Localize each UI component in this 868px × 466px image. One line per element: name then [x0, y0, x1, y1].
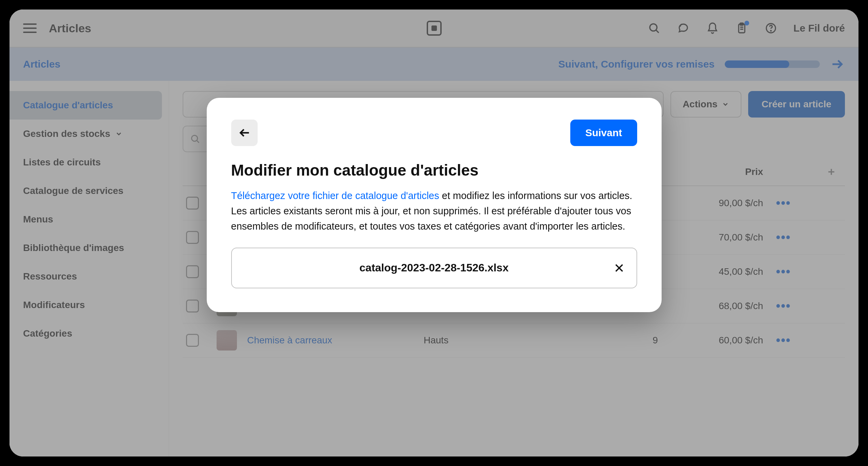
- modal-description: Téléchargez votre fichier de catalogue d…: [231, 188, 637, 234]
- uploaded-file-box: catalog-2023-02-28-1526.xlsx: [231, 248, 637, 288]
- modal-overlay[interactable]: Suivant Modifier mon catalogue d'article…: [10, 10, 858, 456]
- modal-title: Modifier mon catalogue d'articles: [231, 161, 637, 179]
- import-modal: Suivant Modifier mon catalogue d'article…: [207, 98, 662, 312]
- back-button[interactable]: [231, 120, 258, 146]
- close-icon: [613, 262, 625, 274]
- uploaded-file-name: catalog-2023-02-28-1526.xlsx: [359, 262, 509, 274]
- next-button[interactable]: Suivant: [570, 120, 637, 146]
- download-link[interactable]: Téléchargez votre fichier de catalogue d…: [231, 190, 439, 201]
- remove-file-button[interactable]: [613, 262, 625, 274]
- arrow-left-icon: [238, 126, 251, 140]
